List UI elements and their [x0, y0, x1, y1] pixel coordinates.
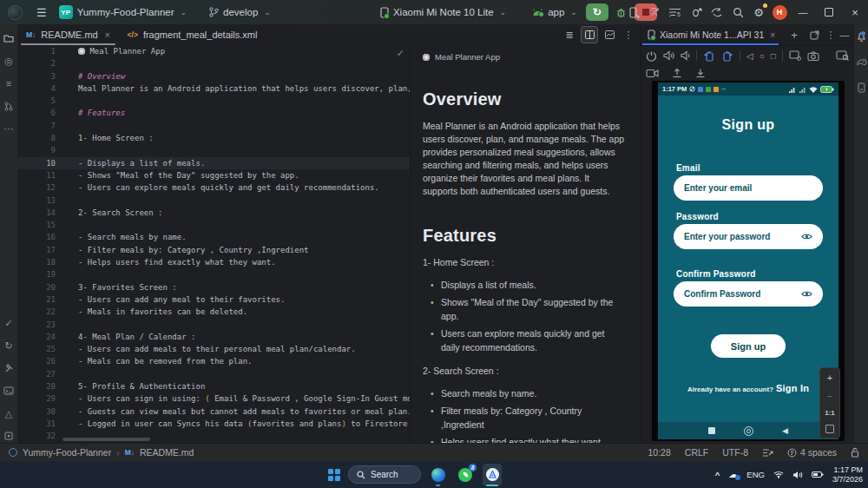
encoding-widget[interactable]: UTF-8 — [722, 447, 748, 458]
battery-icon[interactable] — [812, 471, 824, 478]
rotate-right-icon[interactable] — [721, 50, 733, 62]
code-line[interactable]: 3# Overview — [17, 70, 410, 82]
zoom-ratio-label[interactable]: 1:1 — [825, 409, 835, 417]
code-line[interactable]: 81- Home Screen : — [17, 132, 410, 144]
device-explorer-tool-icon[interactable] — [854, 80, 868, 96]
password-field[interactable]: Enter your password — [674, 224, 823, 249]
taskbar-search[interactable]: Search — [348, 465, 421, 484]
code-line[interactable]: 29- Users can sign in using: ( Email & P… — [17, 392, 410, 405]
breadcrumb-project[interactable]: Yummy-Food-Planner — [23, 447, 111, 458]
notifications-bell-icon[interactable] — [854, 29, 868, 44]
rerun-button[interactable]: ↻ — [586, 3, 608, 21]
close-icon[interactable]: × — [105, 30, 110, 40]
code-line[interactable]: 18- Helps users find exactly what they w… — [17, 256, 410, 268]
confirm-password-field[interactable]: Confirm Password — [674, 281, 823, 307]
maximize-button[interactable] — [816, 0, 842, 24]
preview-only-view-icon[interactable] — [602, 27, 617, 43]
panel-options-icon[interactable]: ⋮ — [824, 30, 838, 41]
add-device-icon[interactable]: + — [787, 29, 801, 42]
code-line[interactable]: 1 Meal Planner App — [17, 45, 410, 57]
minimize-button[interactable]: — — [790, 0, 816, 24]
whatsapp-taskbar-icon[interactable]: 8 — [456, 464, 475, 486]
code-line[interactable]: 4Meal Planner is an Android application … — [17, 82, 410, 95]
run-config-selector[interactable]: app ⌄ — [526, 3, 583, 22]
nav-home-button[interactable] — [744, 426, 753, 436]
device-settings-icon[interactable] — [789, 50, 801, 61]
read-only-lock-icon[interactable] — [851, 447, 859, 458]
code-line[interactable]: 12- Users can explore meals quickly and … — [17, 181, 410, 194]
code-editor[interactable]: 1 Meal Planner App23# Overview4Meal Plan… — [17, 45, 410, 443]
code-line[interactable]: 10- Displays a list of meals. — [17, 157, 410, 169]
code-line[interactable]: 7 — [17, 120, 410, 132]
android-back-icon[interactable]: ◁ — [746, 51, 753, 61]
download-icon[interactable] — [695, 68, 706, 78]
hidden-icons-chevron[interactable]: ^ — [715, 470, 720, 479]
problems-tool-icon[interactable]: △ — [0, 405, 17, 422]
todo-tool-icon[interactable]: ✓ — [0, 314, 17, 332]
indent-widget[interactable]: 4 spaces — [787, 447, 837, 458]
start-button[interactable] — [328, 469, 340, 481]
power-button-icon[interactable] — [646, 50, 657, 62]
project-widget[interactable]: YP Yummy-Food-Planner ⌄ — [53, 3, 193, 22]
code-line[interactable]: 17- Filter meals by: Category , Country … — [17, 244, 410, 256]
terminal-tool-icon[interactable] — [0, 382, 17, 399]
toggle-password-visibility-icon[interactable] — [801, 290, 812, 298]
zoom-in-button[interactable]: + — [827, 373, 832, 383]
split-view-icon[interactable] — [581, 26, 598, 43]
breadcrumb-file[interactable]: README.md — [140, 447, 194, 458]
gradle-tool-icon[interactable] — [854, 54, 868, 69]
history-tool-icon[interactable]: ↻ — [0, 337, 17, 354]
tab-readme[interactable]: M↓ README.md × — [17, 24, 119, 45]
screen-record-icon[interactable] — [646, 69, 659, 78]
tab-fragment-meal-details[interactable]: </> fragment_meal_details.xml — [119, 24, 266, 45]
open-in-window-icon[interactable] — [810, 30, 824, 40]
more-options-icon[interactable]: ⋮ — [621, 27, 636, 43]
branch-widget[interactable]: develop ⌄ — [203, 3, 277, 22]
volume-icon[interactable] — [792, 471, 803, 479]
code-line[interactable]: 21- Users can add any meal to their favo… — [17, 293, 410, 306]
rotate-left-icon[interactable] — [703, 50, 715, 62]
app-inspection-icon[interactable] — [707, 3, 727, 22]
device-manager-icon[interactable] — [623, 3, 644, 22]
android-home-icon[interactable]: ○ — [760, 51, 765, 61]
code-line[interactable]: 27 — [17, 368, 410, 380]
code-line[interactable]: 13 — [17, 195, 410, 207]
screenshot-camera-icon[interactable] — [807, 51, 819, 61]
editor-only-view-icon[interactable]: ≣ — [562, 27, 577, 43]
ai-actions-icon[interactable]: A — [644, 3, 665, 22]
code-line[interactable]: 23 — [17, 319, 410, 331]
code-line[interactable]: 5 — [17, 95, 410, 107]
onedrive-icon[interactable]: ☁ — [728, 469, 738, 480]
editor-horizontal-scrollbar[interactable] — [62, 438, 150, 441]
edge-taskbar-icon[interactable] — [429, 464, 448, 486]
code-line[interactable]: 31- Logged in user can Syncs his data (f… — [17, 418, 410, 430]
line-separator-widget[interactable]: CRLF — [685, 447, 708, 458]
signup-button[interactable]: Sign up — [711, 334, 786, 358]
code-line[interactable]: 15 — [17, 219, 410, 231]
nav-back-button[interactable]: ◀ — [782, 426, 788, 435]
search-everywhere-button[interactable] — [727, 3, 748, 22]
code-line[interactable]: 11- Shows "Meal of the Day" suggested by… — [17, 169, 410, 181]
pull-requests-tool-icon[interactable] — [0, 97, 17, 115]
toggle-password-visibility-icon[interactable] — [801, 233, 812, 241]
code-line[interactable]: 6# Features — [17, 107, 410, 119]
code-line[interactable]: 285- Profile & Authentication — [17, 380, 410, 392]
todo-list-icon[interactable]: 5 — [665, 3, 686, 22]
inspections-ok-icon[interactable]: ✓ — [397, 48, 404, 59]
highlighting-level-icon[interactable] — [762, 448, 773, 458]
code-line[interactable]: 30- Guests can view meals but cannot add… — [17, 406, 410, 418]
code-line[interactable]: 26- Meals can be removed from the plan. — [17, 355, 410, 367]
code-line[interactable]: 142- Search Screen : — [17, 207, 410, 219]
android-studio-taskbar-icon[interactable] — [483, 464, 502, 486]
wifi-icon[interactable] — [773, 471, 784, 478]
zoom-to-fit-button[interactable] — [825, 425, 834, 433]
code-line[interactable]: 25- Users can add meals to their persona… — [17, 343, 410, 355]
signin-link[interactable]: Sign In — [776, 383, 809, 393]
code-line[interactable]: 19 — [17, 268, 410, 280]
upload-icon[interactable] — [672, 68, 682, 78]
caret-position-widget[interactable]: 10:28 — [648, 447, 671, 458]
code-line[interactable]: 244- Meal Plan / Calendar : — [17, 331, 410, 343]
build-tool-icon[interactable] — [0, 359, 17, 377]
code-line[interactable]: 16- Search meals by name. — [17, 231, 410, 243]
language-indicator[interactable]: ENG — [746, 470, 765, 479]
